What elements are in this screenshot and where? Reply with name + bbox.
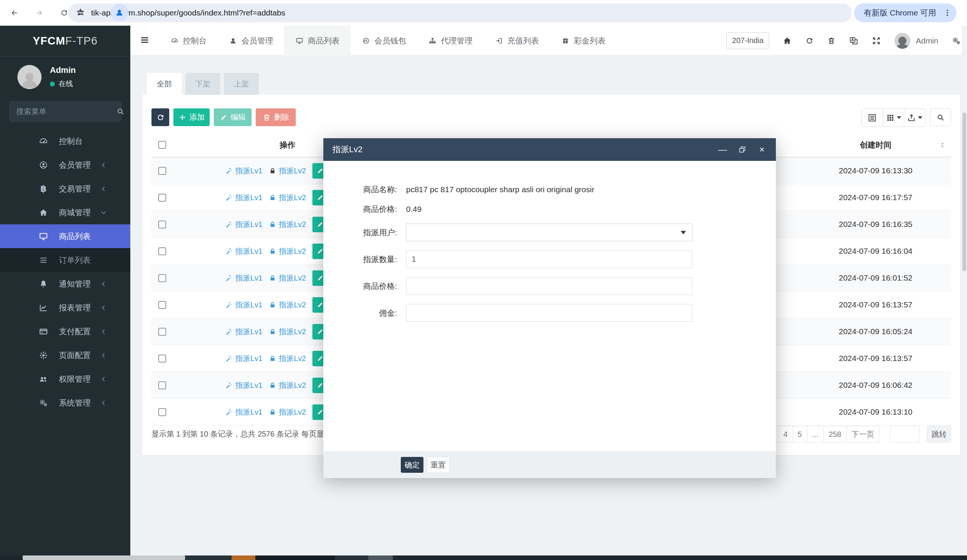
row-checkbox[interactable] xyxy=(158,354,166,362)
field-input-5[interactable] xyxy=(406,304,692,322)
sidebar-item-支付配置[interactable]: 支付配置 xyxy=(0,320,130,343)
assign-lv1-link[interactable]: 指派Lv1 xyxy=(225,353,262,364)
sidebar-item-页面配置[interactable]: 页面配置 xyxy=(0,343,130,367)
assign-lv2-link[interactable]: 指派Lv2 xyxy=(269,353,306,364)
assign-lv1-link[interactable]: 指派Lv1 xyxy=(225,166,262,176)
assign-lv1-link[interactable]: 指派Lv1 xyxy=(225,193,262,203)
nav-tab-会员管理[interactable]: 会员管理 xyxy=(218,26,284,56)
sidebar-item-会员管理[interactable]: 会员管理 xyxy=(0,153,130,177)
assign-lv2-link[interactable]: 指派Lv2 xyxy=(269,193,306,203)
page-button-5[interactable]: 5 xyxy=(793,426,807,443)
sidebar-item-商品列表[interactable]: 商品列表 xyxy=(0,224,130,248)
assign-user-select[interactable] xyxy=(406,224,692,241)
page-jump-button[interactable]: 跳转 xyxy=(927,426,951,443)
page-button-下一页[interactable]: 下一页 xyxy=(847,426,880,443)
region-select-button[interactable]: 207-India xyxy=(726,33,769,49)
table-search-button[interactable] xyxy=(930,109,951,126)
page-jump-input[interactable] xyxy=(890,426,919,443)
filter-tab-全部[interactable]: 全部 xyxy=(147,73,182,95)
modal-maximize-icon[interactable] xyxy=(738,145,747,155)
nav-tab-控制台[interactable]: 控制台 xyxy=(159,26,218,56)
row-checkbox[interactable] xyxy=(158,408,166,416)
sidebar-item-订单列表[interactable]: 订单列表 xyxy=(0,248,130,272)
nav-tab-商品列表[interactable]: 商品列表 xyxy=(284,26,351,56)
assign-lv1-link[interactable]: 指派Lv1 xyxy=(225,219,262,230)
bookmark-star-icon[interactable] xyxy=(76,8,85,16)
edit-button[interactable]: 编辑 xyxy=(214,109,252,126)
assign-lv2-link[interactable]: 指派Lv2 xyxy=(269,380,306,390)
browser-menu-icon[interactable] xyxy=(943,8,952,17)
modal-minimize-icon[interactable]: — xyxy=(718,145,728,155)
sidebar-item-商城管理[interactable]: 商城管理 xyxy=(0,201,130,224)
row-checkbox[interactable] xyxy=(158,221,166,229)
home-icon[interactable] xyxy=(783,36,792,45)
assign-lv2-link[interactable]: 指派Lv2 xyxy=(269,219,306,230)
nav-tab-代理管理[interactable]: 代理管理 xyxy=(417,26,484,56)
chrome-update-button[interactable]: 有新版 Chrome 可用 xyxy=(854,3,956,22)
browser-profile-icon[interactable] xyxy=(111,4,128,21)
browser-forward-icon[interactable] xyxy=(32,5,47,20)
sidebar-item-通知管理[interactable]: 通知管理 xyxy=(0,272,130,296)
sidebar-item-报表管理[interactable]: 报表管理 xyxy=(0,296,130,320)
row-checkbox[interactable] xyxy=(158,247,166,255)
assign-lv2-link[interactable]: 指派Lv2 xyxy=(269,407,306,417)
assign-lv1-link[interactable]: 指派Lv1 xyxy=(225,407,262,417)
modal-close-icon[interactable]: × xyxy=(757,145,767,155)
sidebar-item-权限管理[interactable]: 权限管理 xyxy=(0,367,130,391)
add-button[interactable]: 添加 xyxy=(173,109,210,126)
assign-lv2-link[interactable]: 指派Lv2 xyxy=(269,327,306,337)
assign-lv2-link[interactable]: 指派Lv2 xyxy=(269,166,306,176)
field-input-4[interactable] xyxy=(406,277,692,295)
browser-back-icon[interactable] xyxy=(7,5,22,20)
detail-view-button[interactable] xyxy=(861,109,883,127)
columns-button[interactable] xyxy=(883,109,904,127)
filter-tab-下架[interactable]: 下架 xyxy=(185,73,220,95)
page-button-258[interactable]: 258 xyxy=(824,426,847,443)
assign-lv1-link[interactable]: 指派Lv1 xyxy=(225,300,262,310)
select-all-checkbox[interactable] xyxy=(158,141,166,149)
v-scrollbar-thumb[interactable] xyxy=(962,112,966,271)
sidebar-item-控制台[interactable]: 控制台 xyxy=(0,129,130,153)
assign-lv2-link[interactable]: 指派Lv2 xyxy=(269,246,306,256)
row-checkbox[interactable] xyxy=(158,301,166,309)
clear-cache-trash-icon[interactable] xyxy=(827,36,835,45)
row-checkbox[interactable] xyxy=(158,274,166,282)
page-button-...[interactable]: ... xyxy=(807,426,824,443)
nav-tab-会员钱包[interactable]: 会员钱包 xyxy=(351,26,417,56)
nav-tab-充值列表[interactable]: 充值列表 xyxy=(484,26,550,56)
row-checkbox[interactable] xyxy=(158,194,166,202)
sidebar-toggle-icon[interactable] xyxy=(139,35,150,45)
row-checkbox[interactable] xyxy=(158,381,166,389)
assign-lv1-link[interactable]: 指派Lv1 xyxy=(225,380,262,390)
field-input-3[interactable] xyxy=(406,250,692,268)
fullscreen-icon[interactable] xyxy=(872,36,881,45)
search-icon[interactable] xyxy=(116,107,125,115)
export-button[interactable] xyxy=(904,109,925,127)
assign-lv2-link[interactable]: 指派Lv2 xyxy=(269,300,306,310)
assign-lv1-link[interactable]: 指派Lv1 xyxy=(225,246,262,256)
row-checkbox[interactable] xyxy=(158,167,166,175)
filter-tab-上架[interactable]: 上架 xyxy=(224,73,259,95)
nav-tab-彩金列表[interactable]: 彩金列表 xyxy=(550,26,616,56)
refresh-icon[interactable] xyxy=(805,36,814,45)
sidebar-search[interactable] xyxy=(9,101,121,122)
confirm-button[interactable]: 确定 xyxy=(401,457,423,473)
modal-header[interactable]: 指派Lv2 — × xyxy=(323,138,776,161)
page-button-4[interactable]: 4 xyxy=(778,426,793,443)
h-scrollbar-thumb[interactable] xyxy=(23,555,185,560)
horizontal-scrollbar[interactable] xyxy=(0,555,967,560)
reset-button[interactable]: 重置 xyxy=(427,457,449,473)
assign-lv1-link[interactable]: 指派Lv1 xyxy=(225,327,262,337)
sort-icon[interactable] xyxy=(938,141,947,149)
assign-lv1-link[interactable]: 指派Lv1 xyxy=(225,273,262,283)
sidebar-item-系统管理[interactable]: 系统管理 xyxy=(0,391,130,415)
address-bar[interactable]: tik-api.hwym.shop/super/goods/index.html… xyxy=(68,3,852,22)
settings-gears-icon[interactable] xyxy=(952,36,961,45)
sidebar-search-input[interactable] xyxy=(16,107,116,116)
vertical-scrollbar[interactable] xyxy=(962,26,967,555)
delete-button[interactable]: 删除 xyxy=(256,109,296,126)
row-checkbox[interactable] xyxy=(158,328,166,336)
translate-icon[interactable] xyxy=(849,36,858,45)
sidebar-item-交易管理[interactable]: ฿交易管理 xyxy=(0,177,130,201)
navbar-user-menu[interactable]: Admin xyxy=(894,33,938,49)
